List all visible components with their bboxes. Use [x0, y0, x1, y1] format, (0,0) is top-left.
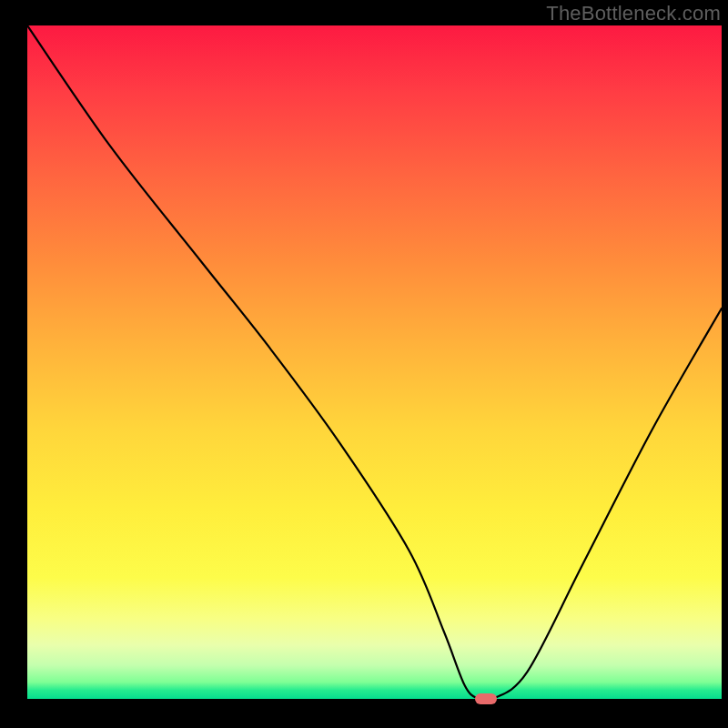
- watermark-text: TheBottleneck.com: [546, 2, 721, 25]
- gradient-background: [27, 25, 722, 699]
- chart-container: TheBottleneck.com: [0, 0, 728, 728]
- optimal-marker-icon: [475, 693, 497, 704]
- plot-area: [27, 25, 722, 699]
